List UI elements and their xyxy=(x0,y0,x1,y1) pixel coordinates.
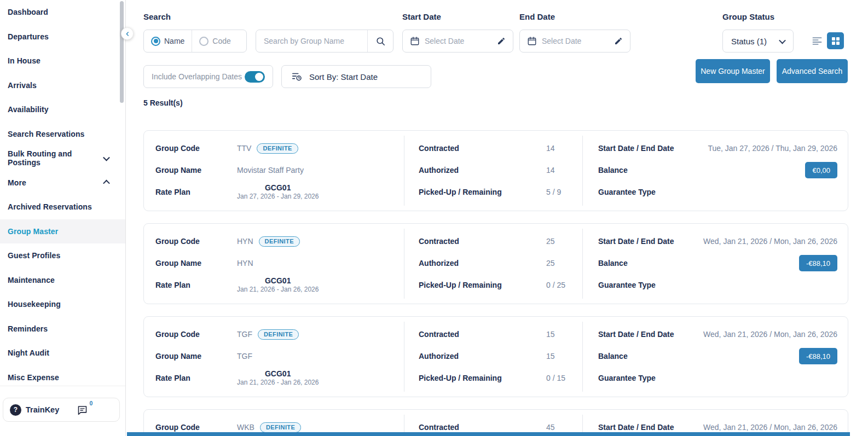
balance-label: Balance xyxy=(598,352,628,361)
sidebar-item-archived-reservations[interactable]: Archived Reservations xyxy=(0,195,125,219)
group-status-dropdown[interactable]: Status (1) xyxy=(722,30,794,53)
sort-by-button[interactable]: Sort By: Start Date xyxy=(281,65,431,88)
guarantee-label: Guarantee Type xyxy=(598,188,656,196)
search-input[interactable] xyxy=(256,37,367,45)
contracted-value: 14 xyxy=(546,144,555,153)
balance-row: Balance -€88,10 xyxy=(583,345,848,367)
sidebar-item-maintenance[interactable]: Maintenance xyxy=(0,268,125,293)
sidebar-item-bulk-routing-and-postings[interactable]: Bulk Routing and Postings xyxy=(0,146,125,171)
sidebar-item-label: Archived Reservations xyxy=(8,202,92,211)
contracted-row: Contracted 25 xyxy=(404,230,583,252)
start-date-placeholder[interactable]: Select Date xyxy=(425,37,492,45)
card-group-column: Group Code HYN DEFINITE Group Name HYN R… xyxy=(144,224,404,304)
sidebar-item-in-house[interactable]: In House xyxy=(0,49,125,73)
balance-badge[interactable]: -€88,10 xyxy=(799,348,837,364)
picked-up-value: 0 / 25 xyxy=(546,281,565,289)
picked-up-label: Picked-Up / Remaining xyxy=(419,374,546,382)
rate-plan-dates: Jan 21, 2026 - Jan 26, 2026 xyxy=(237,379,319,387)
search-icon xyxy=(375,36,386,46)
sidebar-footer: ? TrainKey 0 xyxy=(0,386,125,436)
guarantee-row: Guarantee Type xyxy=(583,274,848,296)
group-card[interactable]: Group Code HYN DEFINITE Group Name HYN R… xyxy=(143,223,848,304)
radio-name-option[interactable]: Name xyxy=(151,37,184,46)
sidebar-item-housekeeping[interactable]: Housekeeping xyxy=(0,292,125,317)
group-name-value: TGF xyxy=(237,352,252,361)
sort-by-label: Sort By: Start Date xyxy=(309,72,378,82)
date-range-row: Start Date / End Date Tue, Jan 27, 2026 … xyxy=(583,137,848,159)
end-date-field[interactable]: Select Date xyxy=(519,30,630,53)
overlap-toggle[interactable] xyxy=(245,71,265,83)
guarantee-row: Guarantee Type xyxy=(583,367,848,389)
horizontal-scrollbar[interactable] xyxy=(127,432,850,436)
group-name-label: Group Name xyxy=(155,166,237,175)
date-range-row: Start Date / End Date Wed, Jan 21, 2026 … xyxy=(583,230,848,252)
sidebar-item-dashboard[interactable]: Dashboard xyxy=(0,0,125,25)
group-code-label: Group Code xyxy=(155,423,237,432)
group-card[interactable]: Group Code TGF DEFINITE Group Name TGF R… xyxy=(143,316,848,397)
card-counts-column: Contracted 14 Authorized 14 Picked-Up / … xyxy=(404,131,583,211)
sort-icon xyxy=(291,71,302,82)
group-name-search-field xyxy=(256,30,394,53)
balance-badge[interactable]: -€88,10 xyxy=(799,255,837,271)
date-range-value: Tue, Jan 27, 2026 / Thu, Jan 29, 2026 xyxy=(708,144,837,153)
end-date-placeholder[interactable]: Select Date xyxy=(542,37,609,45)
radio-code-option[interactable]: Code xyxy=(199,37,230,46)
status-badge: DEFINITE xyxy=(257,143,298,154)
group-name-label: Group Name xyxy=(155,352,237,361)
balance-badge[interactable]: €0,00 xyxy=(805,162,837,178)
chevron-up-icon xyxy=(103,180,110,187)
sidebar-item-label: Dashboard xyxy=(8,8,48,16)
picked-up-value: 5 / 9 xyxy=(546,188,561,196)
radio-selected-icon xyxy=(151,37,160,46)
contracted-row: Contracted 15 xyxy=(404,323,583,345)
authorized-label: Authorized xyxy=(419,166,546,175)
start-date-field[interactable]: Select Date xyxy=(402,30,513,53)
balance-row: Balance -€88,10 xyxy=(583,252,848,274)
trainkey-box[interactable]: ? TrainKey 0 xyxy=(3,398,120,422)
picked-up-row: Picked-Up / Remaining 5 / 9 xyxy=(404,181,583,203)
card-group-column: Group Code TTV DEFINITE Group Name Movis… xyxy=(144,131,404,211)
search-submit[interactable] xyxy=(368,30,393,52)
edit-icon[interactable] xyxy=(497,37,506,45)
sidebar-item-night-audit[interactable]: Night Audit xyxy=(0,341,125,365)
sidebar-item-label: More xyxy=(8,178,26,187)
sidebar-item-group-master[interactable]: Group Master xyxy=(0,219,125,244)
sidebar-item-search-reservations[interactable]: Search Reservations xyxy=(0,122,125,147)
guarantee-label: Guarantee Type xyxy=(598,374,656,382)
advanced-search-button[interactable]: Advanced Search xyxy=(777,59,848,83)
sidebar-item-arrivals[interactable]: Arrivals xyxy=(0,73,125,98)
status-badge: DEFINITE xyxy=(260,422,301,433)
calendar-icon xyxy=(410,36,420,46)
list-view-button[interactable] xyxy=(808,32,825,49)
sidebar-item-reminders[interactable]: Reminders xyxy=(0,317,125,341)
group-card[interactable]: Group Code TTV DEFINITE Group Name Movis… xyxy=(143,130,848,211)
chat-icon xyxy=(77,404,88,416)
sidebar-collapse-button[interactable] xyxy=(121,27,134,40)
chat-button[interactable]: 0 xyxy=(77,404,88,416)
sidebar-item-departures[interactable]: Departures xyxy=(0,25,125,49)
sidebar-item-label: Group Master xyxy=(8,227,58,236)
card-counts-column: Contracted 25 Authorized 25 Picked-Up / … xyxy=(404,224,583,304)
date-range-label: Start Date / End Date xyxy=(598,330,674,339)
sidebar-item-guest-profiles[interactable]: Guest Profiles xyxy=(0,243,125,268)
new-group-master-button[interactable]: New Group Master xyxy=(696,59,770,83)
help-icon[interactable]: ? xyxy=(10,404,21,416)
contracted-value: 15 xyxy=(546,330,555,339)
group-code-value: WKB xyxy=(237,423,254,432)
date-range-row: Start Date / End Date Wed, Jan 21, 2026 … xyxy=(583,323,848,345)
overlap-filter: Include Overlapping Dates xyxy=(143,65,273,88)
authorized-row: Authorized 15 xyxy=(404,345,583,367)
date-range-value: Wed, Jan 21, 2026 / Mon, Jan 26, 2026 xyxy=(703,423,837,432)
grid-view-button[interactable] xyxy=(827,32,844,49)
sidebar-scrollbar[interactable] xyxy=(120,1,124,103)
view-toggle xyxy=(808,32,844,49)
sidebar-item-more[interactable]: More xyxy=(0,171,125,195)
picked-up-row: Picked-Up / Remaining 0 / 25 xyxy=(404,274,583,296)
contracted-label: Contracted xyxy=(419,423,546,432)
divider xyxy=(192,30,192,52)
card-dates-column: Start Date / End Date Wed, Jan 21, 2026 … xyxy=(583,224,848,304)
sidebar-item-availability[interactable]: Availability xyxy=(0,97,125,122)
results-list: Group Code TTV DEFINITE Group Name Movis… xyxy=(143,130,848,436)
edit-icon[interactable] xyxy=(614,37,623,45)
sidebar-item-label: Housekeeping xyxy=(8,300,61,309)
